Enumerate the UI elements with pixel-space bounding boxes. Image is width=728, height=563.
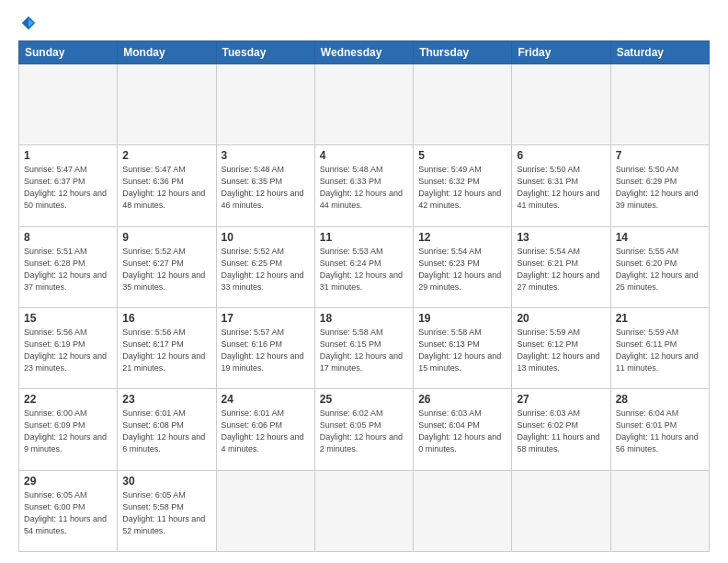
day-number: 13 [517,231,605,244]
day-number: 15 [24,312,112,325]
day-number: 29 [24,475,112,488]
calendar-week-row: 15Sunrise: 5:56 AMSunset: 6:19 PMDayligh… [19,307,710,388]
day-info: Sunrise: 5:52 AMSunset: 6:25 PMDaylight:… [222,246,310,293]
calendar-day-cell: 6Sunrise: 5:50 AMSunset: 6:31 PMDaylight… [512,145,610,226]
day-number: 8 [24,231,112,244]
calendar-day-cell [118,64,216,145]
day-number: 26 [418,393,506,406]
day-info: Sunrise: 5:58 AMSunset: 6:15 PMDaylight:… [320,327,408,374]
calendar-day-cell: 27Sunrise: 6:03 AMSunset: 6:02 PMDayligh… [512,389,610,470]
calendar-day-cell [216,64,314,145]
day-number: 11 [320,231,408,244]
day-number: 9 [122,231,210,244]
day-info: Sunrise: 6:02 AMSunset: 6:05 PMDaylight:… [320,408,408,455]
calendar-day-cell [512,64,610,145]
day-info: Sunrise: 5:51 AMSunset: 6:28 PMDaylight:… [24,246,112,293]
calendar-week-row [19,64,710,145]
calendar-week-row: 22Sunrise: 6:00 AMSunset: 6:09 PMDayligh… [19,389,710,470]
day-number: 3 [222,149,310,162]
day-info: Sunrise: 5:53 AMSunset: 6:24 PMDaylight:… [320,246,408,293]
calendar-day-cell [414,64,512,145]
calendar-week-row: 29Sunrise: 6:05 AMSunset: 6:00 PMDayligh… [19,470,710,551]
day-info: Sunrise: 5:52 AMSunset: 6:27 PMDaylight:… [122,246,210,293]
calendar-day-header: Wednesday [314,41,413,64]
day-number: 10 [222,231,310,244]
day-info: Sunrise: 5:48 AMSunset: 6:33 PMDaylight:… [320,164,408,212]
calendar-day-header: Saturday [610,41,709,64]
calendar-day-cell: 25Sunrise: 6:02 AMSunset: 6:05 PMDayligh… [314,389,413,470]
calendar-day-cell: 24Sunrise: 6:01 AMSunset: 6:06 PMDayligh… [216,389,314,470]
day-info: Sunrise: 5:54 AMSunset: 6:21 PMDaylight:… [517,246,605,293]
day-info: Sunrise: 6:01 AMSunset: 6:08 PMDaylight:… [122,408,210,455]
day-info: Sunrise: 5:49 AMSunset: 6:32 PMDaylight:… [418,164,506,212]
calendar-day-cell: 4Sunrise: 5:48 AMSunset: 6:33 PMDaylight… [314,145,413,226]
calendar-day-cell [512,470,610,551]
day-number: 21 [616,312,704,325]
calendar-day-cell: 18Sunrise: 5:58 AMSunset: 6:15 PMDayligh… [314,307,413,388]
day-info: Sunrise: 5:47 AMSunset: 6:36 PMDaylight:… [122,164,210,212]
calendar-day-cell: 21Sunrise: 5:59 AMSunset: 6:11 PMDayligh… [610,307,709,388]
day-info: Sunrise: 6:03 AMSunset: 6:02 PMDaylight:… [517,408,605,455]
calendar-week-row: 1Sunrise: 5:47 AMSunset: 6:37 PMDaylight… [19,145,710,226]
calendar-table: SundayMondayTuesdayWednesdayThursdayFrid… [18,40,710,552]
day-info: Sunrise: 5:56 AMSunset: 6:17 PMDaylight:… [122,327,210,374]
calendar-day-cell: 26Sunrise: 6:03 AMSunset: 6:04 PMDayligh… [414,389,512,470]
day-number: 23 [122,393,210,406]
calendar-day-cell: 19Sunrise: 5:58 AMSunset: 6:13 PMDayligh… [414,307,512,388]
day-info: Sunrise: 6:05 AMSunset: 6:00 PMDaylight:… [24,489,112,537]
header [18,15,710,31]
day-number: 24 [222,393,310,406]
calendar-day-cell: 7Sunrise: 5:50 AMSunset: 6:29 PMDaylight… [610,145,709,226]
calendar-day-cell: 12Sunrise: 5:54 AMSunset: 6:23 PMDayligh… [414,226,512,307]
calendar-day-cell: 20Sunrise: 5:59 AMSunset: 6:12 PMDayligh… [512,307,610,388]
day-number: 18 [320,312,408,325]
day-number: 7 [616,149,704,162]
day-info: Sunrise: 5:55 AMSunset: 6:20 PMDaylight:… [616,246,704,293]
day-info: Sunrise: 6:03 AMSunset: 6:04 PMDaylight:… [418,408,506,455]
day-info: Sunrise: 5:57 AMSunset: 6:16 PMDaylight:… [222,327,310,374]
calendar-day-cell [610,64,709,145]
day-info: Sunrise: 6:05 AMSunset: 5:58 PMDaylight:… [122,489,210,537]
day-info: Sunrise: 5:48 AMSunset: 6:35 PMDaylight:… [222,164,310,212]
calendar-day-cell [19,64,118,145]
day-number: 17 [222,312,310,325]
day-info: Sunrise: 6:00 AMSunset: 6:09 PMDaylight:… [24,408,112,455]
day-number: 28 [616,393,704,406]
calendar-day-cell: 11Sunrise: 5:53 AMSunset: 6:24 PMDayligh… [314,226,413,307]
day-info: Sunrise: 5:59 AMSunset: 6:11 PMDaylight:… [616,327,704,374]
calendar-day-header: Friday [512,41,610,64]
calendar-day-header: Thursday [414,41,512,64]
calendar-day-cell [414,470,512,551]
calendar-day-cell: 5Sunrise: 5:49 AMSunset: 6:32 PMDaylight… [414,145,512,226]
calendar-day-cell: 1Sunrise: 5:47 AMSunset: 6:37 PMDaylight… [19,145,118,226]
day-info: Sunrise: 6:01 AMSunset: 6:06 PMDaylight:… [222,408,310,455]
day-number: 16 [122,312,210,325]
logo-text [18,15,37,31]
calendar-day-cell: 28Sunrise: 6:04 AMSunset: 6:01 PMDayligh… [610,389,709,470]
calendar-day-cell: 17Sunrise: 5:57 AMSunset: 6:16 PMDayligh… [216,307,314,388]
logo [18,15,37,31]
calendar-day-cell [610,470,709,551]
calendar-day-cell: 29Sunrise: 6:05 AMSunset: 6:00 PMDayligh… [19,470,118,551]
calendar-day-cell: 9Sunrise: 5:52 AMSunset: 6:27 PMDaylight… [118,226,216,307]
day-number: 4 [320,149,408,162]
day-info: Sunrise: 5:59 AMSunset: 6:12 PMDaylight:… [517,327,605,374]
calendar-day-header: Monday [118,41,216,64]
day-info: Sunrise: 5:58 AMSunset: 6:13 PMDaylight:… [418,327,506,374]
day-info: Sunrise: 5:54 AMSunset: 6:23 PMDaylight:… [418,246,506,293]
calendar-day-cell [216,470,314,551]
day-info: Sunrise: 5:50 AMSunset: 6:29 PMDaylight:… [616,164,704,212]
day-number: 30 [122,475,210,488]
day-number: 19 [418,312,506,325]
calendar-day-cell [314,64,413,145]
calendar-day-cell: 3Sunrise: 5:48 AMSunset: 6:35 PMDaylight… [216,145,314,226]
day-info: Sunrise: 5:47 AMSunset: 6:37 PMDaylight:… [24,164,112,212]
calendar-day-header: Sunday [19,41,118,64]
calendar-week-row: 8Sunrise: 5:51 AMSunset: 6:28 PMDaylight… [19,226,710,307]
day-number: 12 [418,231,506,244]
day-info: Sunrise: 5:56 AMSunset: 6:19 PMDaylight:… [24,327,112,374]
calendar-day-cell: 15Sunrise: 5:56 AMSunset: 6:19 PMDayligh… [19,307,118,388]
calendar-day-cell: 10Sunrise: 5:52 AMSunset: 6:25 PMDayligh… [216,226,314,307]
day-number: 6 [517,149,605,162]
calendar-day-cell: 23Sunrise: 6:01 AMSunset: 6:08 PMDayligh… [118,389,216,470]
